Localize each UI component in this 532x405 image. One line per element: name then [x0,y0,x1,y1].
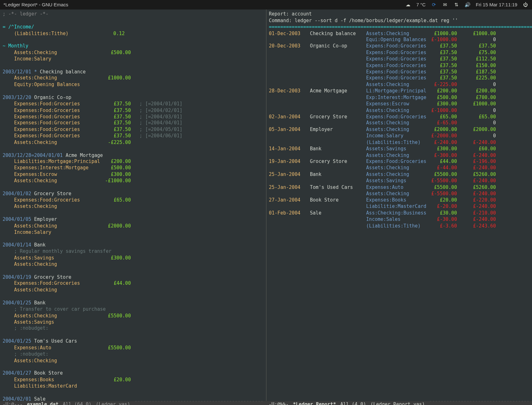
modeline-mode: (Ledger yas) [96,401,130,405]
modeline-buffer: *Ledger Report* [293,401,336,405]
window-title: *Ledger Report* - GNU Emacs [3,2,401,8]
modeline-mode: (Ledger Report yas) [370,401,425,405]
modeline-fill: ----------------------------------------… [429,401,529,405]
volume-icon[interactable]: 🔊 [465,2,471,8]
modeline-buffer: example.dat [27,401,59,405]
weather-icon[interactable]: ☁ [405,2,411,8]
modeline-state: -U:@--- [3,401,22,405]
clock: Fri 15 Mar 17:11:19 [476,2,517,8]
modeline-left[interactable]: -U:@--- example.dat All (64,0) (Ledger y… [0,401,266,405]
ledger-source-buffer[interactable]: ; -*- ledger -*- = /^Income/ (Liabilitie… [0,9,266,401]
weather-temp: 7 °C [416,2,426,8]
modeline-fill: ----------------------------------------… [135,401,263,405]
ledger-report-buffer[interactable]: Report: account Command: ledger --sort d… [266,9,532,401]
modeline-right[interactable]: -U:@%%- *Ledger Report* All (4,0) (Ledge… [266,401,532,405]
mail-icon[interactable]: ✉ [442,2,448,8]
refresh-icon[interactable]: ⟳ [431,2,437,8]
modeline-state: -U:@%%- [269,401,288,405]
network-icon[interactable]: ⇅ [453,2,459,8]
system-tray: ☁ 7 °C ⟳ ✉ ⇅ 🔊 Fri 15 Mar 17:11:19 ⏻ [405,2,529,8]
power-icon[interactable]: ⏻ [522,2,529,8]
modeline-row: -U:@--- example.dat All (64,0) (Ledger y… [0,401,532,405]
modeline-pos: All (64,0) [63,401,91,405]
emacs-frame: ; -*- ledger -*- = /^Income/ (Liabilitie… [0,9,532,401]
gnome-topbar: *Ledger Report* - GNU Emacs ☁ 7 °C ⟳ ✉ ⇅… [0,0,532,9]
modeline-pos: All (4,0) [340,401,366,405]
